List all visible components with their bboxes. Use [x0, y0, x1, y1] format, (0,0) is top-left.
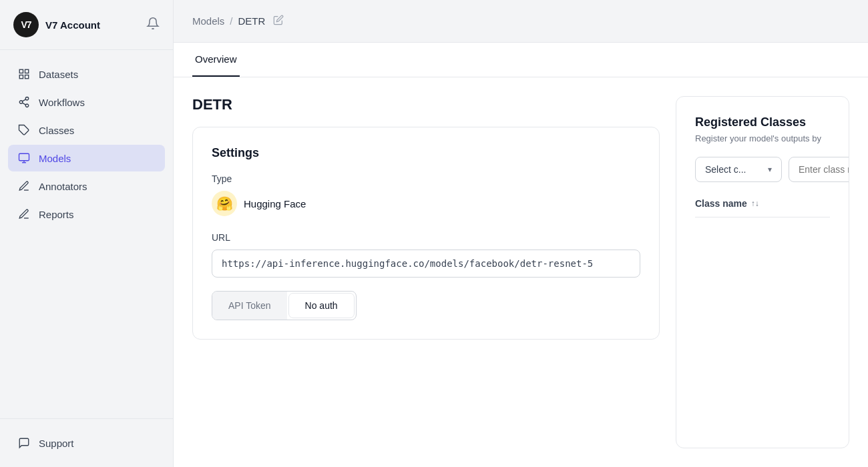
huggingface-emoji: 🤗 [216, 195, 233, 211]
account-name: V7 Account [45, 19, 100, 31]
registered-classes-subtitle: Register your model's outputs by [695, 133, 830, 143]
reports-icon [17, 207, 31, 221]
tag-icon [17, 123, 31, 137]
page-body: DETR Settings Type 🤗 Hugging Face URL A [174, 77, 868, 467]
main-content: Models / DETR Overview DETR Settings Typ… [174, 0, 868, 467]
svg-rect-0 [19, 69, 23, 73]
class-select-dropdown[interactable]: Select c... ▾ [695, 157, 782, 182]
no-auth-button[interactable]: No auth [288, 293, 355, 318]
grid-icon [17, 67, 31, 81]
breadcrumb-separator: / [230, 15, 232, 27]
breadcrumb-current: DETR [238, 15, 266, 27]
auth-toggle: API Token No auth [212, 291, 357, 320]
sidebar-item-workflows[interactable]: Workflows [8, 89, 165, 115]
breadcrumb-parent: Models [192, 15, 224, 27]
tab-overview[interactable]: Overview [192, 43, 240, 77]
sidebar-item-support[interactable]: Support [8, 430, 165, 456]
sidebar-item-annotators-label: Annotators [39, 181, 87, 192]
settings-title: Settings [212, 146, 640, 160]
svg-rect-1 [25, 69, 29, 73]
content-area: Overview DETR Settings Type 🤗 Hugging Fa… [174, 43, 868, 467]
settings-card: Settings Type 🤗 Hugging Face URL API Tok… [192, 127, 660, 340]
svg-point-4 [25, 97, 29, 101]
svg-line-7 [22, 103, 25, 105]
svg-point-5 [19, 101, 23, 104]
svg-line-8 [22, 99, 25, 101]
api-token-button[interactable]: API Token [212, 292, 287, 320]
sort-icon[interactable]: ↑↓ [751, 199, 759, 208]
sidebar-item-annotators[interactable]: Annotators [8, 173, 165, 199]
type-row: 🤗 Hugging Face [212, 191, 640, 216]
type-label: Type [212, 173, 640, 184]
select-placeholder: Select c... [705, 164, 746, 175]
left-column: DETR Settings Type 🤗 Hugging Face URL A [192, 96, 660, 448]
topbar: Models / DETR [174, 0, 868, 43]
sidebar-item-support-label: Support [39, 438, 74, 449]
type-name: Hugging Face [244, 198, 306, 209]
sidebar-item-workflows-label: Workflows [39, 97, 85, 108]
sidebar: V7 V7 Account Datasets [0, 0, 174, 467]
edit-icon[interactable] [273, 15, 284, 27]
tabs-bar: Overview [174, 43, 868, 77]
sidebar-item-models[interactable]: Models [8, 145, 165, 171]
sidebar-item-models-label: Models [39, 153, 71, 164]
share-icon [17, 95, 31, 109]
svg-rect-3 [25, 75, 29, 79]
chevron-down-icon: ▾ [768, 165, 772, 174]
sidebar-item-classes[interactable]: Classes [8, 117, 165, 143]
notification-bell-icon[interactable] [146, 17, 160, 33]
class-table-header: Class name ↑↓ [695, 198, 830, 217]
sidebar-item-datasets-label: Datasets [39, 69, 78, 80]
sidebar-nav: Datasets Workflows Classes [0, 50, 173, 418]
sidebar-footer: Support [0, 418, 173, 467]
registered-classes-panel: Registered Classes Register your model's… [676, 96, 849, 448]
registered-classes-title: Registered Classes [695, 115, 830, 129]
svg-rect-2 [19, 75, 23, 79]
sidebar-item-datasets[interactable]: Datasets [8, 61, 165, 87]
logo: V7 [13, 12, 39, 37]
svg-point-6 [25, 104, 29, 107]
chat-icon [17, 436, 31, 450]
class-name-column-label: Class name [695, 198, 747, 209]
pencil-icon [17, 179, 31, 193]
sidebar-item-reports-label: Reports [39, 209, 74, 220]
model-icon [17, 151, 31, 165]
page-title: DETR [192, 96, 660, 113]
sidebar-item-classes-label: Classes [39, 125, 74, 136]
sidebar-header: V7 V7 Account [0, 0, 173, 50]
url-label: URL [212, 232, 640, 243]
sidebar-item-reports[interactable]: Reports [8, 201, 165, 227]
class-input-row: Select c... ▾ [695, 157, 830, 182]
svg-rect-10 [19, 153, 29, 161]
url-input[interactable] [212, 250, 640, 278]
huggingface-avatar: 🤗 [212, 191, 237, 216]
class-name-input[interactable] [789, 157, 849, 182]
